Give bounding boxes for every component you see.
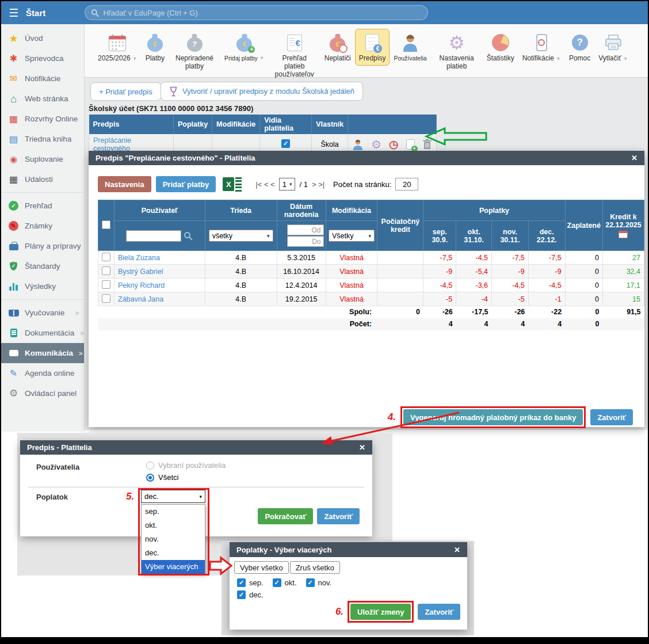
close-button[interactable]: Zatvoriť xyxy=(317,508,360,524)
checkbox-sep[interactable]: sep. xyxy=(237,578,264,587)
dropdown-option-sep[interactable]: sep. xyxy=(142,505,205,519)
toolbar-label: Pridaj platby xyxy=(224,55,258,62)
sidebar-item-notifikacie[interactable]: ✉Notifikácie xyxy=(1,68,84,89)
trieda-select[interactable]: všetky▾ xyxy=(209,230,273,242)
row-checkbox[interactable] xyxy=(102,280,110,289)
modifikacia-select[interactable]: Všetky▾ xyxy=(329,230,375,242)
sidebar-item-suplovanie[interactable]: ◉Suplovanie xyxy=(1,149,84,169)
radio-all-users[interactable]: Všetci xyxy=(146,473,178,482)
sidebar-item-prehlad[interactable]: ✓Prehľad xyxy=(1,196,84,216)
close-icon[interactable]: ✕ xyxy=(454,546,460,554)
vidia-platitelia-checkbox[interactable] xyxy=(281,139,290,148)
global-search[interactable] xyxy=(85,5,428,20)
canteen-predpisy-button[interactable]: Vytvoriť / upraviť predpisy z modulu Ško… xyxy=(161,82,363,101)
pagination-next-buttons[interactable]: > >| xyxy=(312,180,324,189)
sidebar-item-vysledky[interactable]: Výsledky xyxy=(1,276,84,296)
save-changes-button[interactable]: Uložiť zmeny xyxy=(350,604,411,620)
add-predpis-button[interactable]: + Pridať predpis xyxy=(90,82,161,101)
page-select[interactable]: 1▾ xyxy=(279,178,296,190)
trash-icon[interactable] xyxy=(422,139,432,150)
row-checkbox[interactable] xyxy=(102,253,110,261)
dropdown-option-vyber-viacerych[interactable]: Výber viacerých xyxy=(142,560,205,574)
user-filter-input[interactable] xyxy=(126,230,181,242)
sidebar-item-vyucovanie[interactable]: Vyučovanie> xyxy=(1,303,84,323)
payers-person-icon[interactable] xyxy=(352,139,364,150)
sidebar-item-sprievodca[interactable]: ✱Sprievodca xyxy=(1,48,84,68)
payer-name-link[interactable]: Pekný Richard xyxy=(118,281,165,289)
calendar-icon[interactable] xyxy=(619,231,628,238)
search-input[interactable] xyxy=(103,9,422,17)
predpis-settings-gear-icon[interactable]: ⚙ xyxy=(371,139,381,150)
toolbar-notifikacie[interactable]: Notifikácie▼ xyxy=(518,29,565,66)
generate-bank-order-button[interactable]: Vygeneruj hromadný platobný príkaz do ba… xyxy=(403,409,583,425)
start-menu-button[interactable]: Štart xyxy=(26,8,45,18)
predpis-link[interactable]: Preplácanie cestovného xyxy=(93,136,131,153)
checkbox-okt[interactable]: okt. xyxy=(273,578,297,587)
toolbar-pomoc[interactable]: ? Pomoc xyxy=(565,29,594,66)
payer-name-link[interactable]: Biela Zuzana xyxy=(118,254,160,262)
sidebar-item-komunikacia[interactable]: Komunikácia> xyxy=(1,343,84,363)
payer-name-link[interactable]: Zábavná Jana xyxy=(118,295,163,303)
top-bar: ☰ Štart xyxy=(1,1,648,24)
platitelia-modal: Predpis "Preplácanie cestovného" - Plati… xyxy=(89,151,644,427)
checkbox-nov[interactable]: nov. xyxy=(306,578,332,587)
poplatok-select[interactable]: dec.▾ xyxy=(141,490,205,503)
excel-export-icon[interactable]: X xyxy=(223,177,242,192)
col-pouzivatel: Používateľ xyxy=(114,200,205,221)
toolbar-statistiky[interactable]: Štatistiky xyxy=(483,29,518,66)
pridat-platby-button[interactable]: Pridať platby xyxy=(156,176,216,192)
toolbar-pridaj-platby[interactable]: € Pridaj platby▼ xyxy=(220,29,269,64)
row-checkbox[interactable] xyxy=(102,266,110,275)
dropdown-option-nov[interactable]: nov. xyxy=(142,532,205,546)
toolbar-school-year[interactable]: 2025/2026▼ xyxy=(94,29,142,66)
toolbar-neplatici[interactable]: € Neplatiči xyxy=(320,29,355,66)
per-page-input[interactable] xyxy=(395,178,418,190)
toolbar-nastavenia-platieb[interactable]: ⚙ Nastavenia platieb xyxy=(431,29,483,74)
sidebar-item-triedna-kniha[interactable]: ▤Triedna kniha xyxy=(1,129,84,149)
sidebar-item-label: Triedna kniha xyxy=(25,135,71,143)
sidebar-item-rozvrhy[interactable]: ▦Rozvrhy Online xyxy=(1,109,84,129)
toolbar-vytlacit[interactable]: Vytlačiť▼ xyxy=(594,29,632,66)
sidebar-item-dokumentacia[interactable]: Dokumentácia> xyxy=(1,323,84,343)
sidebar-item-uvod[interactable]: ★Úvod xyxy=(1,28,84,48)
dropdown-option-okt[interactable]: okt. xyxy=(142,519,205,532)
date-from-input[interactable] xyxy=(287,224,324,235)
col-kredit: Kredit k 22.12.2025 xyxy=(602,200,644,251)
step-6-highlight-box: Uložiť zmeny xyxy=(348,601,414,623)
close-button[interactable]: Zatvoriť xyxy=(418,604,460,620)
sidebar-item-web-stranka[interactable]: ⌂Web stránka xyxy=(1,89,84,109)
nastavenia-button[interactable]: Nastavenia xyxy=(98,176,151,192)
date-to-input[interactable] xyxy=(287,236,324,247)
close-icon[interactable]: ✕ xyxy=(359,443,365,452)
checkbox-dec[interactable]: dec. xyxy=(237,590,264,599)
platitelia-modal-header: Predpis "Preplácanie cestovného" - Plati… xyxy=(89,151,644,165)
clear-all-button[interactable]: Zruš všetko xyxy=(290,561,340,574)
sidebar-item-znamky[interactable]: ✎Známky xyxy=(1,216,84,236)
toolbar-predpisy[interactable]: Predpisy xyxy=(355,29,390,66)
select-all-button[interactable]: Vyber všetko xyxy=(234,561,289,574)
close-icon[interactable]: ✕ xyxy=(631,154,637,162)
predpis-platitelia-title: Predpis - Platitelia xyxy=(27,443,92,452)
pagination-prev-buttons[interactable]: |< < < xyxy=(255,180,274,189)
poplatok-label: Poplatok xyxy=(36,493,68,501)
sidebar-item-udalosti[interactable]: ▦Udalosti xyxy=(1,169,84,189)
close-button[interactable]: Zatvoriť xyxy=(590,409,633,425)
select-all-checkbox[interactable] xyxy=(102,220,110,229)
hamburger-menu-icon[interactable]: ☰ xyxy=(9,6,18,20)
history-clock-icon[interactable]: ◷ xyxy=(389,139,399,150)
continue-button[interactable]: Pokračovať xyxy=(258,508,313,524)
row-checkbox[interactable] xyxy=(102,294,110,303)
radio-selected-users[interactable]: Vybraní používatelia xyxy=(146,461,226,470)
sidebar-item-standardy[interactable]: ✓Štandardy xyxy=(1,256,84,276)
sidebar-item-ovladaci-panel[interactable]: ⚙Ovládací panel xyxy=(1,383,84,403)
toolbar-pouzivatelia[interactable]: Používatelia xyxy=(390,29,430,64)
search-icon[interactable] xyxy=(184,231,193,241)
toolbar-nepriradene-platby[interactable]: ? Nepriradené platby xyxy=(169,29,220,74)
duplicate-document-icon[interactable] xyxy=(406,139,415,150)
toolbar-prehlad-platieb[interactable]: Prehľad platieb používateľov xyxy=(269,29,320,81)
toolbar-platby[interactable]: € Platby xyxy=(142,29,169,66)
payer-name-link[interactable]: Bystrý Gabriel xyxy=(118,268,163,276)
sidebar-item-agenda[interactable]: ✎Agenda online xyxy=(1,363,84,383)
sidebar-item-plany[interactable]: Plány a prípravy xyxy=(1,236,84,256)
dropdown-option-dec[interactable]: dec. xyxy=(142,546,205,560)
